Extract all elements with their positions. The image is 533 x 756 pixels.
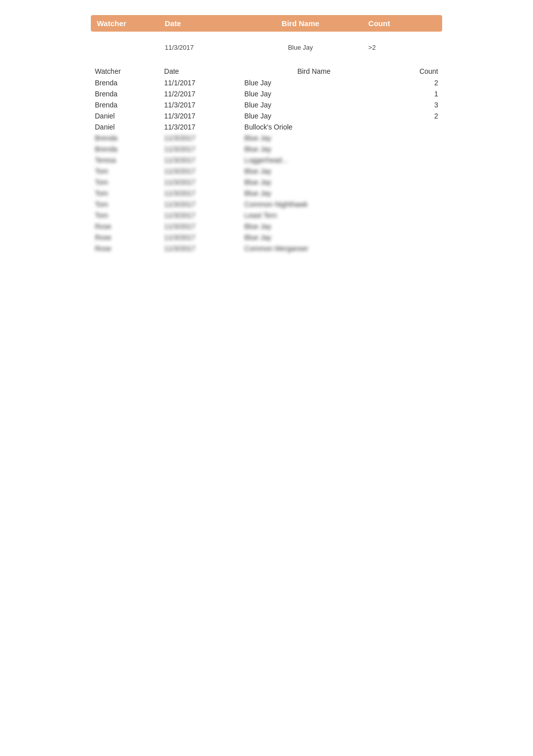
cell-count: 1 — [387, 88, 442, 99]
cell-count — [387, 133, 442, 144]
cell-watcher: Daniel — [91, 110, 160, 121]
cell-count — [387, 232, 442, 243]
cell-bird-name: Bullock's Oriole — [240, 121, 387, 133]
cell-date: 11/3/2017 — [160, 133, 240, 144]
cell-watcher: Brenda — [91, 133, 160, 144]
cell-watcher: Brenda — [91, 144, 160, 155]
cell-bird-name: Common Merganser — [240, 243, 387, 254]
cell-date: 11/3/2017 — [160, 210, 240, 221]
table-row: Tom11/3/2017Common Nighthawk — [91, 199, 442, 210]
cell-date: 11/3/2017 — [160, 188, 240, 199]
cell-bird-name: Blue Jay — [240, 166, 387, 177]
cell-watcher: Brenda — [91, 77, 160, 88]
filter-date-value: 11/3/2017 — [165, 44, 232, 51]
table-row: Rose11/3/2017Blue Jay — [91, 232, 442, 243]
cell-bird-name: Least Tern — [240, 210, 387, 221]
filter-count-value: >2 — [368, 44, 436, 51]
filter-bird-name-label: Bird Name — [232, 19, 368, 28]
table-row: Brenda11/3/2017Blue Jay3 — [91, 99, 442, 110]
cell-watcher: Rose — [91, 232, 160, 243]
cell-count — [387, 144, 442, 155]
cell-date: 11/3/2017 — [160, 166, 240, 177]
cell-watcher: Tom — [91, 210, 160, 221]
cell-watcher: Tom — [91, 188, 160, 199]
cell-bird-name: Blue Jay — [240, 77, 387, 88]
cell-watcher: Rose — [91, 243, 160, 254]
header-bird-name: Bird Name — [240, 65, 387, 77]
cell-date: 11/3/2017 — [160, 155, 240, 166]
cell-count — [387, 166, 442, 177]
cell-bird-name: Blue Jay — [240, 99, 387, 110]
table-row: Tom11/3/2017Blue Jay — [91, 177, 442, 188]
cell-count: 2 — [387, 110, 442, 121]
cell-watcher: Tom — [91, 199, 160, 210]
filter-bird-name-value: Blue Jay — [232, 44, 368, 51]
cell-watcher: Brenda — [91, 88, 160, 99]
cell-date: 11/2/2017 — [160, 88, 240, 99]
table-header-row: Watcher Date Bird Name Count — [91, 65, 442, 77]
cell-date: 11/3/2017 — [160, 177, 240, 188]
cell-bird-name: Blue Jay — [240, 177, 387, 188]
cell-date: 11/3/2017 — [160, 199, 240, 210]
cell-count — [387, 210, 442, 221]
cell-count: 3 — [387, 99, 442, 110]
cell-watcher: Tom — [91, 177, 160, 188]
cell-bird-name: Blue Jay — [240, 232, 387, 243]
table-row: Daniel11/3/2017Blue Jay2 — [91, 110, 442, 121]
header-count: Count — [387, 65, 442, 77]
cell-bird-name: Blue Jay — [240, 133, 387, 144]
cell-watcher: Rose — [91, 221, 160, 232]
cell-bird-name: Common Nighthawk — [240, 199, 387, 210]
filter-watcher-value — [97, 44, 165, 51]
cell-date: 11/3/2017 — [160, 232, 240, 243]
cell-bird-name: Blue Jay — [240, 221, 387, 232]
cell-count — [387, 243, 442, 254]
cell-count — [387, 177, 442, 188]
cell-bird-name: Blue Jay — [240, 188, 387, 199]
table-row: Tom11/3/2017Least Tern — [91, 210, 442, 221]
cell-bird-name: Blue Jay — [240, 144, 387, 155]
cell-watcher: Brenda — [91, 99, 160, 110]
cell-date: 11/3/2017 — [160, 110, 240, 121]
cell-date: 11/3/2017 — [160, 99, 240, 110]
cell-bird-name: Loggerhead... — [240, 155, 387, 166]
cell-bird-name: Blue Jay — [240, 110, 387, 121]
cell-date: 11/3/2017 — [160, 221, 240, 232]
cell-date: 11/3/2017 — [160, 121, 240, 133]
header-date: Date — [160, 65, 240, 77]
page-container: Watcher Date Bird Name Count 11/3/2017 B… — [91, 15, 442, 254]
filter-count-label: Count — [368, 19, 436, 28]
cell-date: 11/3/2017 — [160, 144, 240, 155]
data-table: Watcher Date Bird Name Count Brenda11/1/… — [91, 65, 442, 254]
table-row: Tom11/3/2017Blue Jay — [91, 188, 442, 199]
cell-date: 11/3/2017 — [160, 243, 240, 254]
filter-bar: Watcher Date Bird Name Count — [91, 15, 442, 32]
cell-count — [387, 155, 442, 166]
header-watcher: Watcher — [91, 65, 160, 77]
cell-count — [387, 221, 442, 232]
filter-values: 11/3/2017 Blue Jay >2 — [91, 42, 442, 55]
cell-count — [387, 188, 442, 199]
table-row: Brenda11/1/2017Blue Jay2 — [91, 77, 442, 88]
cell-watcher: Tom — [91, 166, 160, 177]
table-row: Tom11/3/2017Blue Jay — [91, 166, 442, 177]
cell-date: 11/1/2017 — [160, 77, 240, 88]
filter-date-label: Date — [165, 19, 232, 28]
table-row: Daniel11/3/2017Bullock's Oriole — [91, 121, 442, 133]
table-row: Brenda11/2/2017Blue Jay1 — [91, 88, 442, 99]
table-row: Rose11/3/2017Blue Jay — [91, 221, 442, 232]
cell-bird-name: Blue Jay — [240, 88, 387, 99]
cell-watcher: Daniel — [91, 121, 160, 133]
filter-watcher-label: Watcher — [97, 19, 165, 28]
table-row: Brenda11/3/2017Blue Jay — [91, 133, 442, 144]
cell-watcher: Teresa — [91, 155, 160, 166]
table-row: Teresa11/3/2017Loggerhead... — [91, 155, 442, 166]
table-row: Brenda11/3/2017Blue Jay — [91, 144, 442, 155]
table-row: Rose11/3/2017Common Merganser — [91, 243, 442, 254]
cell-count — [387, 199, 442, 210]
cell-count: 2 — [387, 77, 442, 88]
cell-count — [387, 121, 442, 133]
